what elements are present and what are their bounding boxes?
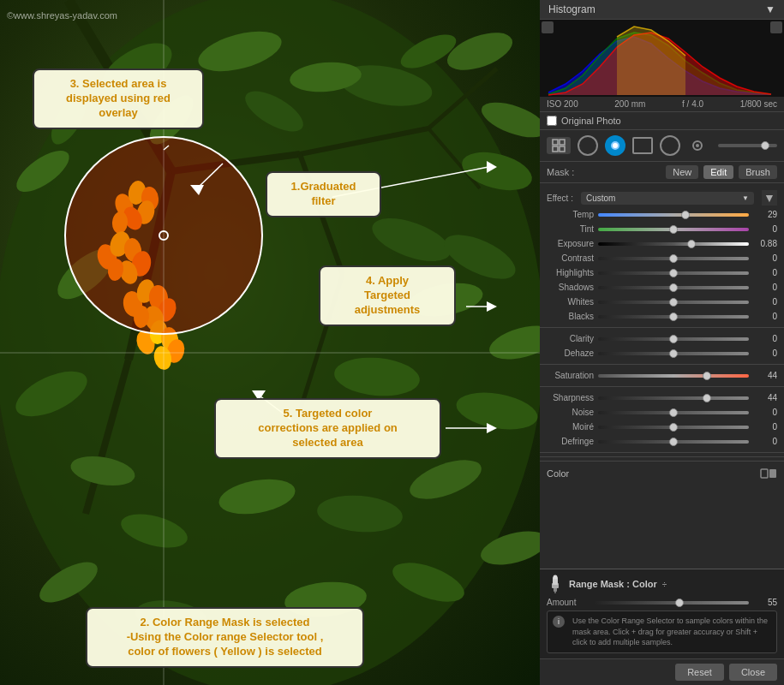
slider-value-sharpness: 44	[753, 393, 777, 402]
slider-value-contrast: 0	[753, 253, 777, 263]
brush-icon[interactable]	[687, 135, 708, 156]
slider-label-whites: Whites	[547, 297, 594, 307]
sliders-panel[interactable]: Effect : Custom ▼ ▼ Temp29Tint0Exposure0…	[540, 183, 784, 569]
lasso-icon[interactable]	[660, 135, 680, 156]
mask-row: Mask : New Edit Brush	[540, 162, 784, 183]
slider-value-defringe: 0	[753, 437, 777, 446]
edit-mask-button[interactable]: Edit	[703, 165, 733, 179]
slider-value-highlights: 0	[753, 268, 777, 277]
grid-icon[interactable]	[547, 137, 571, 154]
slider-row-exposure: Exposure0.88	[540, 236, 784, 251]
slider-clarity[interactable]	[598, 337, 749, 341]
color-section-row: Color	[540, 465, 784, 482]
histogram-triangle-icon: ▼	[765, 3, 775, 15]
slider-tint[interactable]	[598, 228, 749, 231]
slider-label-temp: Temp	[547, 210, 594, 219]
hint-icon: i	[553, 616, 565, 628]
watermark: ©www.shreyas-yadav.com	[7, 10, 117, 21]
slider-exposure[interactable]	[598, 242, 749, 246]
slider-contrast[interactable]	[598, 257, 749, 260]
svg-rect-81	[542, 21, 554, 33]
slider-value-blacks: 0	[753, 312, 777, 321]
close-button[interactable]: Close	[729, 664, 777, 681]
slider-label-exposure: Exposure	[547, 239, 594, 248]
slider-row-whites: Whites0	[540, 295, 784, 309]
brush-mask-button[interactable]: Brush	[739, 165, 777, 179]
slider-label-tint: Tint	[547, 224, 594, 234]
slider-noise[interactable]	[598, 411, 749, 414]
slider-row-noise: Noise0	[540, 405, 784, 420]
amount-slider[interactable]	[594, 601, 749, 605]
rect-filter-icon[interactable]	[632, 137, 653, 154]
svg-point-13	[442, 25, 517, 77]
effect-label: Effect :	[547, 194, 573, 203]
section-divider-after-saturation	[540, 386, 784, 387]
color-section-label: Color	[547, 468, 569, 479]
callout-targeted-corrections: 5. Targeted color corrections are applie…	[214, 398, 441, 459]
effect-dropdown[interactable]: Custom ▼	[581, 192, 754, 205]
svg-point-96	[554, 575, 558, 580]
slider-value-shadows: 0	[753, 283, 777, 292]
slider-row-clarity: Clarity0	[540, 331, 784, 346]
histogram-svg	[540, 20, 784, 97]
slider-saturation[interactable]	[598, 374, 749, 378]
right-panel: Histogram ▼ ISO 200 200 mm f / 4.0	[540, 0, 784, 685]
panel-header: Histogram ▼	[540, 0, 784, 20]
slider-row-blacks: Blacks0	[540, 309, 784, 324]
original-photo-row: Original Photo	[540, 112, 784, 130]
callout-color-range-mask: 2. Color Range Mask is selected -Using t…	[86, 607, 364, 668]
slider-value-moiré: 0	[753, 422, 777, 432]
bottom-buttons: Reset Close	[540, 658, 784, 685]
slider-row-saturation: Saturation44	[540, 368, 784, 383]
sliders-container: Temp29Tint0Exposure0.88Contrast0Highligh…	[540, 207, 784, 453]
svg-rect-89	[553, 146, 558, 152]
exif-focal: 200 mm	[614, 99, 645, 109]
radial-filter-icon[interactable]	[605, 135, 625, 156]
hint-text: Use the Color Range Selector to sample c…	[572, 616, 771, 648]
color-section-icons	[760, 468, 777, 480]
exif-iso: ISO 200	[547, 99, 578, 109]
svg-rect-90	[560, 146, 565, 152]
section-divider-1	[540, 456, 784, 457]
callout-apply-targeted: 4. Apply Targeted adjustments	[319, 265, 456, 326]
slider-shadows[interactable]	[598, 286, 749, 289]
slider-row-sharpness: Sharpness44	[540, 390, 784, 405]
slider-highlights[interactable]	[598, 271, 749, 275]
effect-menu-icon[interactable]: ▼	[762, 190, 777, 206]
eyedropper-icon[interactable]	[547, 575, 564, 593]
slider-label-blacks: Blacks	[547, 312, 594, 321]
range-mask-amount-row: Amount 55	[547, 598, 777, 607]
slider-value-whites: 0	[753, 297, 777, 307]
callout-graduated-filter: 1.Graduated filter	[266, 171, 381, 217]
mask-icon[interactable]	[760, 468, 777, 480]
slider-temp[interactable]	[598, 213, 749, 217]
slider-value-dehaze: 0	[753, 348, 777, 358]
effect-row: Effect : Custom ▼ ▼	[540, 187, 784, 207]
slider-moiré[interactable]	[598, 426, 749, 429]
histogram-area	[540, 20, 784, 97]
slider-whites[interactable]	[598, 301, 749, 304]
range-mask-header: Range Mask : Color ÷	[547, 575, 777, 593]
svg-rect-88	[560, 140, 565, 145]
svg-rect-82	[770, 21, 782, 33]
slider-label-highlights: Highlights	[547, 268, 594, 277]
range-mask-title: Range Mask : Color	[569, 579, 657, 589]
amount-value: 55	[753, 598, 777, 607]
slider-row-moiré: Moiré0	[540, 420, 784, 434]
original-photo-checkbox[interactable]	[547, 116, 557, 126]
exif-bar: ISO 200 200 mm f / 4.0 1/800 sec	[540, 97, 784, 112]
slider-blacks[interactable]	[598, 315, 749, 319]
slider-label-defringe: Defringe	[547, 437, 594, 446]
slider-sharpness[interactable]	[598, 396, 749, 400]
brush-size-slider[interactable]	[718, 144, 777, 147]
slider-defringe[interactable]	[598, 440, 749, 444]
range-mask-dropdown-icon[interactable]: ÷	[662, 580, 667, 589]
slider-row-temp: Temp29	[540, 207, 784, 222]
circle-gradient-icon[interactable]	[578, 135, 598, 156]
svg-rect-92	[769, 469, 776, 478]
slider-row-dehaze: Dehaze0	[540, 346, 784, 360]
new-mask-button[interactable]: New	[666, 165, 698, 179]
slider-dehaze[interactable]	[598, 352, 749, 355]
reset-button[interactable]: Reset	[675, 664, 724, 681]
histogram-title: Histogram	[548, 3, 595, 15]
